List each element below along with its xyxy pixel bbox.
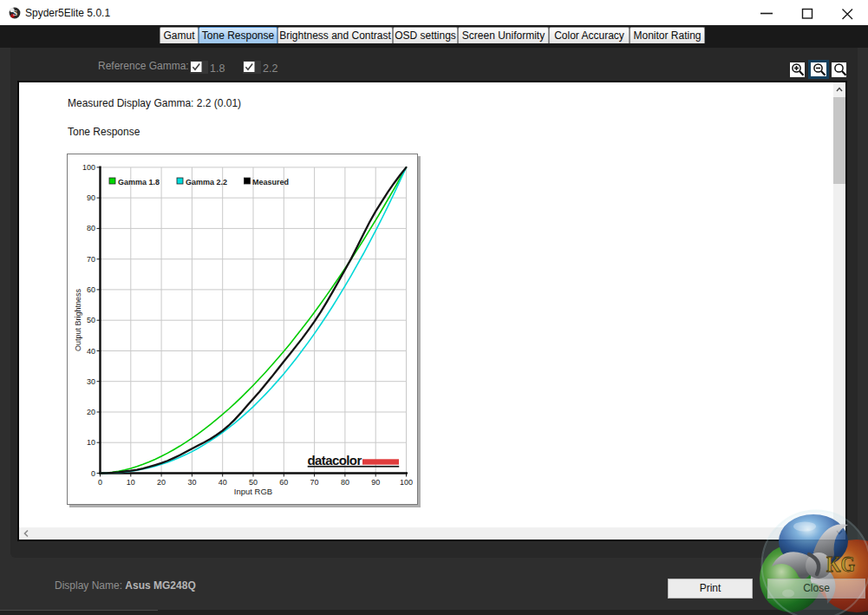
svg-text:10: 10 [127, 478, 135, 487]
svg-text:Output Brightness: Output Brightness [74, 288, 82, 351]
svg-text:40: 40 [87, 347, 95, 356]
svg-text:20: 20 [87, 408, 95, 416]
svg-text:Gamma 1.8: Gamma 1.8 [118, 178, 160, 186]
svg-text:KG: KG [826, 552, 855, 576]
svg-text:0: 0 [98, 478, 102, 487]
svg-text:80: 80 [341, 478, 349, 487]
svg-text:100: 100 [400, 478, 413, 487]
svg-text:30: 30 [187, 478, 196, 487]
svg-text:datacolor: datacolor [308, 453, 362, 468]
svg-text:90: 90 [87, 193, 95, 202]
svg-text:70: 70 [310, 478, 319, 487]
svg-text:S: S [13, 9, 17, 17]
svg-text:20: 20 [157, 478, 166, 487]
svg-text:60: 60 [87, 285, 95, 294]
svg-text:30: 30 [87, 377, 95, 386]
svg-text:90: 90 [371, 478, 380, 487]
svg-text:50: 50 [249, 478, 258, 487]
svg-text:80: 80 [87, 224, 95, 232]
svg-text:50: 50 [87, 316, 95, 324]
svg-text:Gamma 2.2: Gamma 2.2 [186, 178, 227, 186]
svg-text:40: 40 [219, 478, 227, 487]
svg-text:Input RGB: Input RGB [234, 487, 272, 496]
svg-text:Measured: Measured [252, 178, 289, 186]
svg-text:0: 0 [91, 469, 95, 478]
svg-text:10: 10 [87, 438, 95, 447]
svg-text:70: 70 [87, 255, 95, 264]
svg-text:60: 60 [279, 478, 288, 487]
svg-text:100: 100 [82, 163, 95, 172]
